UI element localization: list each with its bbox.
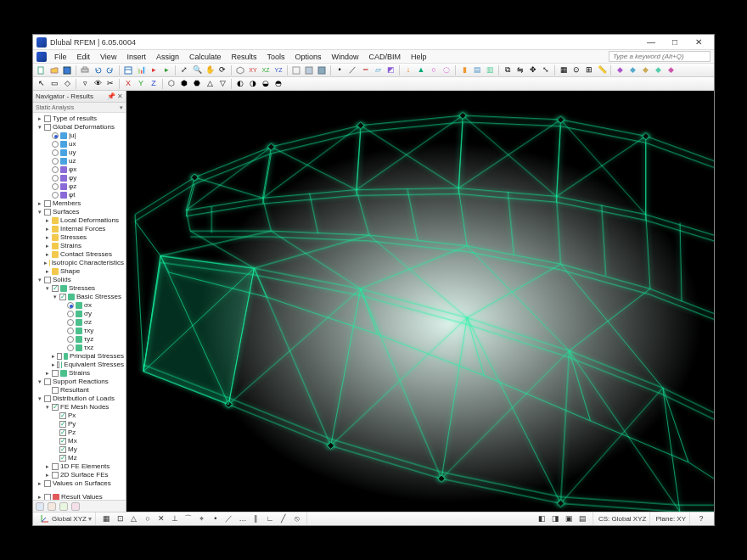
- expander-icon[interactable]: ▾: [37, 208, 42, 216]
- radio[interactable]: [67, 328, 74, 334]
- tree-item-equiv[interactable]: Equivalent Stresses: [64, 361, 124, 369]
- expander-icon[interactable]: ▾: [37, 123, 42, 132]
- minimize-button[interactable]: —: [639, 36, 663, 48]
- tool-2i-icon[interactable]: ◓: [272, 78, 284, 90]
- tree-leaf[interactable]: φz: [69, 182, 76, 191]
- status-help-icon[interactable]: ?: [695, 513, 707, 525]
- checkbox[interactable]: [44, 277, 51, 283]
- menu-edit[interactable]: Edit: [73, 52, 95, 62]
- visibility-icon[interactable]: 👁: [92, 78, 104, 90]
- tree-item-basic-stresses[interactable]: Basic Stresses: [76, 293, 121, 301]
- tree-leaf[interactable]: Shape: [60, 267, 80, 276]
- view-xz-icon[interactable]: XZ: [260, 64, 272, 76]
- checkbox[interactable]: [59, 438, 66, 445]
- viewport-3d[interactable]: [126, 91, 714, 512]
- view-xy-icon[interactable]: XY: [247, 64, 259, 76]
- tool-2e-icon[interactable]: ▽: [216, 78, 228, 90]
- snap-grid-icon[interactable]: ▦: [101, 513, 113, 525]
- radio[interactable]: [52, 166, 59, 173]
- tree-item-global-def[interactable]: Global Deformations: [53, 123, 115, 132]
- close-button[interactable]: ✕: [687, 36, 710, 48]
- select-icon[interactable]: ↖: [36, 78, 48, 90]
- section-icon[interactable]: ▮: [458, 64, 470, 76]
- load-icon[interactable]: ↓: [402, 64, 414, 76]
- tree-leaf[interactable]: uz: [69, 157, 76, 165]
- node-icon[interactable]: •: [334, 64, 345, 76]
- radio[interactable]: [52, 158, 59, 165]
- tree-leaf[interactable]: φx: [69, 165, 76, 174]
- snap-perp-icon[interactable]: ⊥: [169, 513, 181, 525]
- hinge-icon[interactable]: ○: [428, 64, 440, 76]
- release-icon[interactable]: ◌: [441, 64, 452, 76]
- menu-cadbim[interactable]: CAD/BIM: [365, 52, 406, 62]
- checkbox[interactable]: [59, 455, 66, 462]
- checkbox[interactable]: [59, 421, 66, 428]
- tree-leaf[interactable]: σx: [84, 301, 92, 310]
- tree-item-types[interactable]: Type of results: [53, 115, 97, 123]
- radio[interactable]: [52, 192, 59, 199]
- zoom-window-icon[interactable]: 🔍: [191, 64, 203, 76]
- new-file-icon[interactable]: [36, 64, 48, 76]
- checkbox[interactable]: [44, 395, 51, 402]
- view-mode-c-icon[interactable]: ▣: [564, 513, 576, 525]
- tree-leaf[interactable]: Stresses: [60, 233, 87, 242]
- snap-end-icon[interactable]: ⊡: [115, 513, 126, 525]
- snap-line-icon[interactable]: ／: [223, 513, 235, 525]
- snap-par-icon[interactable]: ∥: [250, 513, 262, 525]
- radio[interactable]: [67, 336, 74, 343]
- tree-leaf[interactable]: Isotropic Characteristics: [52, 259, 124, 267]
- axis-z-icon[interactable]: Z: [148, 78, 160, 90]
- menu-help[interactable]: Help: [407, 52, 431, 62]
- view-mode-b-icon[interactable]: ◨: [550, 513, 562, 525]
- grid-icon[interactable]: ▦: [558, 64, 570, 76]
- expander-icon[interactable]: ▸: [37, 199, 42, 208]
- tree-leaf[interactable]: Mz: [68, 454, 77, 462]
- select-poly-icon[interactable]: ◇: [61, 78, 73, 90]
- view-yz-icon[interactable]: YZ: [272, 64, 284, 76]
- menu-results[interactable]: Results: [227, 52, 261, 62]
- tool-2a-icon[interactable]: ⬡: [166, 78, 177, 90]
- checkbox[interactable]: [52, 404, 59, 411]
- tree-item-distribution[interactable]: Distribution of Loads: [53, 395, 115, 403]
- tree-leaf[interactable]: 1D FE Elements: [60, 462, 110, 471]
- tree-leaf[interactable]: Pz: [68, 428, 76, 437]
- checkbox[interactable]: [59, 412, 66, 419]
- tree-item-support-reactions[interactable]: Support Reactions: [53, 378, 109, 386]
- nav-tab-data-icon[interactable]: [36, 502, 44, 511]
- checkbox[interactable]: [44, 124, 51, 131]
- menu-calculate[interactable]: Calculate: [185, 52, 226, 62]
- checkbox[interactable]: [44, 115, 51, 122]
- thickness-icon[interactable]: ▥: [484, 64, 496, 76]
- menu-insert[interactable]: Insert: [122, 52, 150, 62]
- snap-tan-icon[interactable]: ⌒: [183, 513, 194, 525]
- menu-view[interactable]: View: [96, 52, 121, 62]
- tree-leaf[interactable]: Strains: [60, 242, 81, 250]
- tree-leaf[interactable]: Contact Stresses: [60, 250, 112, 259]
- tree-item-members[interactable]: Members: [53, 199, 81, 208]
- results-icon[interactable]: 📊: [135, 64, 147, 76]
- clip-icon[interactable]: ✂: [104, 78, 116, 90]
- view-mode-d-icon[interactable]: ▤: [577, 513, 589, 525]
- tree-leaf[interactable]: τyz: [84, 335, 93, 344]
- nav-tab-results-icon[interactable]: [71, 502, 80, 511]
- move-icon[interactable]: ✥: [527, 64, 539, 76]
- checkbox[interactable]: [52, 463, 59, 470]
- checkbox[interactable]: [52, 285, 59, 292]
- checkbox[interactable]: [44, 494, 51, 500]
- expander-icon[interactable]: ▾: [37, 276, 42, 284]
- tree-leaf[interactable]: τxy: [84, 327, 93, 335]
- tree-item-strains[interactable]: Strains: [69, 369, 90, 378]
- snap-mid-icon[interactable]: △: [128, 513, 140, 525]
- support-icon[interactable]: ▲: [415, 64, 427, 76]
- radio[interactable]: [52, 141, 59, 148]
- undo-icon[interactable]: [92, 64, 104, 76]
- menu-assign[interactable]: Assign: [152, 52, 183, 62]
- tree-leaf[interactable]: uy: [69, 148, 76, 157]
- solid-icon[interactable]: ◩: [385, 64, 396, 76]
- pin-icon[interactable]: 📌 ✕: [107, 92, 123, 100]
- radio[interactable]: [67, 311, 74, 317]
- ucs-section[interactable]: Global XYZ ▾: [37, 512, 96, 525]
- tree-item-surfaces[interactable]: Surfaces: [53, 208, 80, 216]
- checkbox[interactable]: [52, 370, 59, 377]
- navigator-analysis-type[interactable]: Static Analysis ▾: [33, 103, 126, 113]
